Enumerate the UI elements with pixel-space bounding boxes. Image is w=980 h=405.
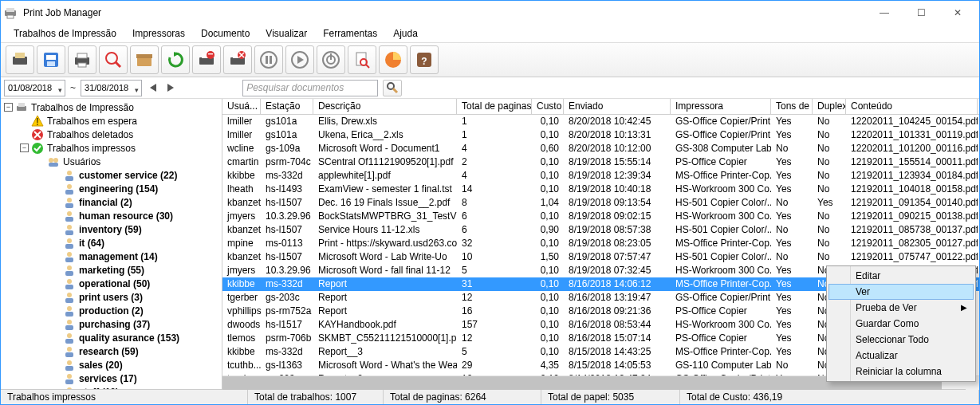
- tree-waiting[interactable]: !Trabalhos em espera: [4, 114, 222, 128]
- help-icon[interactable]: ?: [410, 45, 439, 74]
- svg-rect-69: [65, 271, 73, 276]
- tree-group-4[interactable]: inventory (59): [4, 222, 222, 236]
- table-row[interactable]: lmillergs101aUkena, Erica__2.xls 10,108/…: [222, 128, 979, 142]
- printer-icon[interactable]: [68, 45, 96, 74]
- tree-group-15[interactable]: services (17): [4, 372, 222, 385]
- table-row[interactable]: kbanzeths-l1507Microsoft Word - Lab Writ…: [222, 250, 979, 264]
- chart-icon[interactable]: [379, 45, 407, 74]
- table-row[interactable]: mpinems-0113Print - https://skyward.usd2…: [222, 237, 979, 250]
- tree-group-1[interactable]: engineering (154): [4, 182, 222, 195]
- pause-icon[interactable]: [254, 45, 283, 74]
- tree-group-5[interactable]: it (64): [4, 236, 222, 250]
- svg-point-64: [67, 238, 72, 243]
- date-to[interactable]: 31/08/2018: [81, 80, 142, 96]
- tree-pane[interactable]: −Trabalhos de Impressão!Trabalhos em esp…: [1, 99, 222, 389]
- date-from[interactable]: 01/08/2018: [4, 80, 65, 96]
- refresh-icon[interactable]: [161, 45, 190, 74]
- search-button[interactable]: [383, 80, 402, 96]
- tree-group-12[interactable]: quality asurance (153): [4, 331, 222, 344]
- col-content[interactable]: Conteúdo: [846, 99, 978, 114]
- col-user[interactable]: Usuá...: [222, 99, 261, 114]
- cm-ver[interactable]: Ver: [828, 284, 974, 300]
- arrow-right-icon[interactable]: [164, 81, 177, 94]
- tree-group-8[interactable]: operational (50): [4, 277, 222, 290]
- svg-rect-73: [65, 298, 73, 303]
- svg-rect-77: [65, 325, 73, 330]
- tree-group-3[interactable]: human resource (30): [4, 209, 222, 222]
- col-desc[interactable]: Descrição: [313, 99, 457, 114]
- svg-rect-14: [136, 54, 152, 58]
- col-printer[interactable]: Impressora: [671, 99, 771, 114]
- table-row[interactable]: kbanzeths-l1507Service Hours 11-12.xls 6…: [222, 223, 979, 237]
- tree-group-11[interactable]: purchasing (37): [4, 317, 222, 331]
- printer-pause-icon[interactable]: [192, 45, 221, 74]
- svg-rect-81: [65, 352, 73, 357]
- maximize-button[interactable]: ☐: [903, 1, 939, 25]
- tree-printed[interactable]: −Trabalhos impressos: [4, 141, 222, 155]
- play-icon[interactable]: [285, 45, 314, 74]
- table-row[interactable]: kkibbems-332dapplewhite[1].pdf 40,108/19…: [222, 169, 979, 183]
- cm-actualizar[interactable]: Actualizar: [828, 348, 974, 364]
- minimize-button[interactable]: —: [866, 1, 903, 25]
- tree-users[interactable]: Usuários: [4, 155, 222, 168]
- svg-line-12: [116, 62, 120, 67]
- cm-seleccionar-todo[interactable]: Seleccionar Todo: [828, 332, 974, 348]
- filter-bar: 01/08/2018 ~ 31/08/2018 Pesquisar docume…: [1, 77, 979, 99]
- svg-point-68: [67, 265, 72, 270]
- tree-group-7[interactable]: marketing (55): [4, 263, 222, 277]
- save-icon[interactable]: [37, 45, 65, 74]
- close-button[interactable]: ✕: [939, 1, 976, 25]
- archive-icon[interactable]: [130, 45, 159, 74]
- svg-rect-61: [65, 217, 73, 222]
- arrow-left-icon[interactable]: [147, 81, 159, 94]
- table-row[interactable]: cmartinpsrm-704cSCentral Of11121909520[1…: [222, 155, 979, 169]
- search-page-icon[interactable]: [348, 45, 376, 74]
- col-sent[interactable]: Enviado: [564, 99, 671, 114]
- cm-prueba-de-ver[interactable]: Prueba de Ver▶: [828, 300, 974, 316]
- col-pages[interactable]: Total de paginas: [457, 99, 532, 114]
- menu-impressoras[interactable]: Impressoras: [124, 26, 193, 41]
- cm-reiniciar[interactable]: Reiniciar la columna: [828, 364, 974, 379]
- tree-group-13[interactable]: research (59): [4, 344, 222, 358]
- menu-visualizar[interactable]: Visualizar: [258, 26, 315, 41]
- table-row[interactable]: lheathhs-l1493ExamView - semester 1 fina…: [222, 183, 979, 196]
- search-input[interactable]: Pesquisar documentos impressos: [242, 80, 378, 96]
- tree-group-2[interactable]: financial (2): [4, 195, 222, 209]
- tree-root[interactable]: −Trabalhos de Impressão: [4, 100, 222, 114]
- tree-group-0[interactable]: customer service (22): [4, 168, 222, 182]
- col-tones[interactable]: Tons de ...: [771, 99, 813, 114]
- menu-trabalhos[interactable]: Trabalhos de Impressão: [6, 26, 124, 41]
- table-row[interactable]: lmillergs101aEllis, Drew.xls 10,108/20/2…: [222, 115, 979, 128]
- svg-rect-27: [270, 56, 272, 64]
- menu-documento[interactable]: Documento: [193, 26, 258, 41]
- svg-point-58: [67, 198, 72, 202]
- svg-rect-55: [65, 176, 73, 181]
- tree-group-9[interactable]: print users (3): [4, 290, 222, 304]
- tree-group-14[interactable]: sales (20): [4, 358, 222, 372]
- cm-guardar-como[interactable]: Guardar Como: [828, 316, 974, 332]
- svg-rect-2: [7, 15, 14, 18]
- tree-group-6[interactable]: management (14): [4, 250, 222, 263]
- printer-stop-icon[interactable]: [223, 45, 252, 74]
- tree-group-10[interactable]: production (2): [4, 304, 222, 317]
- menu-ferramentas[interactable]: Ferramentas: [315, 26, 385, 41]
- svg-rect-19: [208, 53, 213, 54]
- menu-ajuda[interactable]: Ajuda: [385, 26, 426, 41]
- table-row[interactable]: wclinegs-109aMicrosoft Word - Document1 …: [222, 142, 979, 155]
- col-duplex[interactable]: Duplex: [813, 99, 846, 114]
- tree-group-16[interactable]: staff (10): [4, 385, 222, 389]
- zoom-icon[interactable]: [99, 45, 128, 74]
- svg-point-11: [106, 53, 117, 64]
- col-cost[interactable]: Custo: [532, 99, 564, 114]
- power-icon[interactable]: [317, 45, 345, 74]
- context-menu: Editar Ver Prueba de Ver▶ Guardar Como S…: [826, 265, 976, 382]
- table-row[interactable]: jmyers10.3.29.96BockStatsMWPTBRG_31_Test…: [222, 210, 979, 223]
- printer-open-icon[interactable]: [6, 45, 34, 74]
- svg-marker-29: [297, 56, 304, 64]
- cm-editar[interactable]: Editar: [828, 268, 974, 284]
- toolbar: ?: [1, 42, 979, 77]
- col-station[interactable]: Estação: [261, 99, 313, 114]
- table-row[interactable]: kbanzeths-l1507Dec. 16 19 Finals Issue__…: [222, 196, 979, 210]
- tree-deleted[interactable]: Trabalhos deletados: [4, 128, 222, 141]
- chevron-right-icon: ▶: [961, 303, 967, 312]
